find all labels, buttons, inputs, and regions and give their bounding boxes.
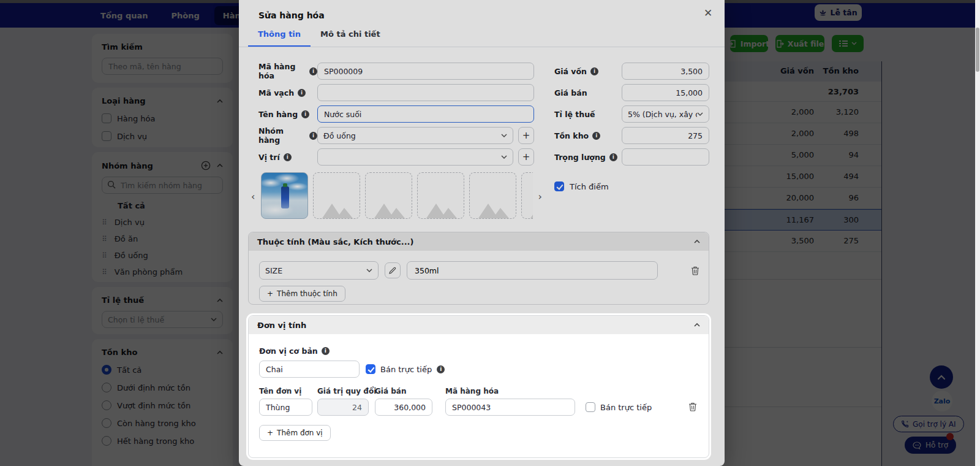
base-unit-input[interactable]: [259, 361, 360, 378]
units-section: Đơn vị tính Đơn vị cơ bản i Bán trực tiế…: [248, 315, 709, 458]
plus-icon: +: [267, 429, 273, 437]
collapse-icon[interactable]: [694, 323, 700, 327]
trash-icon[interactable]: [688, 402, 697, 411]
unit-price-input[interactable]: [375, 399, 432, 416]
screen: Tổng quan Phòng Hàng hóa Lễ tân Tìm kiếm…: [0, 0, 980, 466]
unit-column-price: Giá bán: [375, 387, 406, 395]
unit-column-code: Mã hàng hóa: [445, 387, 499, 395]
direct-sale-option[interactable]: Bán trực tiếp i: [366, 364, 445, 374]
unit-ratio-input: [317, 399, 369, 416]
base-unit-label: Đơn vị cơ bản: [259, 346, 318, 356]
add-unit-button[interactable]: + Thêm đơn vị: [259, 425, 331, 441]
unit-row: Bán trực tiếp: [249, 399, 710, 416]
unit-column-ratio: Giá trị quy đổi: [317, 387, 376, 395]
direct-sale-checkbox[interactable]: [366, 364, 375, 374]
unit-code-input[interactable]: [445, 399, 575, 416]
unit-direct-sale-option[interactable]: Bán trực tiếp: [586, 402, 652, 412]
info-icon[interactable]: i: [437, 365, 445, 373]
page-scrollbar: [975, 0, 980, 466]
info-icon[interactable]: i: [322, 347, 330, 355]
unit-name-input[interactable]: [259, 399, 312, 416]
unit-column-name: Tên đơn vị: [259, 387, 301, 395]
units-title: Đơn vị tính: [257, 321, 306, 330]
unit-direct-sale-checkbox[interactable]: [586, 402, 595, 412]
scrollbar-thumb[interactable]: [976, 28, 979, 72]
